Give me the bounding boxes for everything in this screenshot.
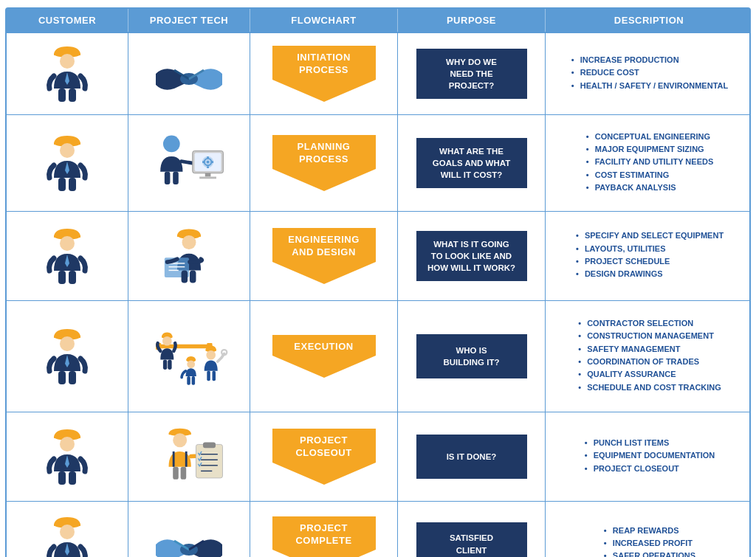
svg-rect-22: [199, 176, 216, 179]
desc-cell-5: PUNCH LIST ITEMS EQUIPMENT DOCUMENTATION…: [546, 412, 752, 501]
flowchart-cell-1: INITIATIONPROCESS: [250, 33, 398, 114]
desc-list-5: PUNCH LIST ITEMS EQUIPMENT DOCUMENTATION…: [577, 434, 721, 480]
purpose-box-6: SATISFIEDCLIENT: [416, 522, 527, 558]
customer-icon-2: [38, 130, 97, 196]
svg-rect-28: [58, 271, 66, 284]
svg-point-65: [173, 433, 187, 447]
customer-cell-2: [7, 115, 128, 211]
svg-rect-24: [173, 172, 179, 184]
svg-point-1: [60, 54, 75, 69]
desc-item: SPECIFY AND SELECT EQUIPMENT: [574, 230, 724, 241]
desc-item: EQUIPMENT DOCUMENTATION: [583, 450, 715, 460]
arrow-label-5: PROJECTCLOSEOUT: [272, 429, 376, 463]
svg-rect-3: [58, 89, 66, 102]
purpose-cell-6: SATISFIEDCLIENT: [398, 502, 546, 557]
arrow-tip-6: [272, 550, 376, 557]
purpose-cell-5: IS IT DONE?: [398, 412, 546, 501]
tech-cell-2: [128, 115, 250, 211]
arrow-tip-2: [272, 169, 376, 191]
svg-point-7: [60, 143, 75, 158]
tech-icon-handshake-6: [148, 511, 230, 558]
customer-icon-4: [38, 323, 97, 390]
header-customer: CUSTOMER: [7, 9, 128, 32]
table-row: INITIATIONPROCESS WHY DO WENEED THEPROJE…: [7, 33, 749, 115]
desc-cell-3: SPECIFY AND SELECT EQUIPMENT LAYOUTS, UT…: [546, 212, 752, 300]
svg-rect-21: [205, 173, 211, 177]
arrow-label-3: ENGINEERINGAND DESIGN: [272, 228, 376, 262]
desc-list-6: REAP REWARDS INCREASED PROFIT SAFER OPER…: [597, 522, 701, 557]
svg-rect-18: [207, 166, 209, 168]
svg-rect-66: [173, 467, 179, 480]
svg-rect-41: [58, 371, 66, 384]
desc-item: SCHEDULE AND COST TRACKING: [577, 382, 721, 392]
svg-point-16: [207, 161, 210, 164]
svg-rect-63: [69, 471, 76, 485]
header-purpose: PURPOSE: [398, 9, 546, 32]
arrow-planning: PLANNINGPROCESS: [272, 135, 376, 191]
customer-icon-1: [38, 41, 97, 107]
arrow-complete: PROJECTCOMPLETE: [272, 516, 376, 557]
desc-item: PROJECT CLOSEOUT: [583, 463, 715, 474]
svg-point-75: [60, 525, 75, 539]
flowchart-cell-2: PLANNINGPROCESS: [250, 115, 398, 211]
arrow-label-1: INITIATIONPROCESS: [272, 46, 376, 80]
desc-item: CONCEPTUAL ENGINEERING: [585, 131, 714, 142]
customer-icon-3: [38, 223, 97, 289]
customer-cell-4: [7, 301, 128, 412]
arrow-closeout: PROJECTCLOSEOUT: [272, 429, 376, 485]
tech-cell-5: [128, 412, 250, 501]
table-row: ENGINEERINGAND DESIGN WHAT IS IT GOINGTO…: [7, 212, 749, 301]
table-row: PLANNINGPROCESS WHAT ARE THEGOALS AND WH…: [7, 115, 749, 212]
flowchart-cell-4: EXECUTION: [250, 301, 398, 412]
desc-item: PAYBACK ANALYSIS: [585, 182, 714, 193]
svg-point-39: [60, 336, 75, 351]
desc-item: SAFETY MANAGEMENT: [577, 344, 721, 354]
tech-icon-handshake-1: [148, 41, 230, 107]
svg-point-26: [60, 236, 75, 251]
customer-cell-1: [7, 33, 128, 114]
desc-cell-4: CONTRACTOR SELECTION CONSTRUCTION MANAGE…: [546, 301, 752, 412]
desc-item: COST ESTIMATING: [585, 170, 714, 180]
arrow-tip-3: [272, 262, 376, 284]
desc-item: INCREASE PRODUCTION: [570, 55, 728, 65]
flowchart-cell-5: PROJECTCLOSEOUT: [250, 412, 398, 501]
desc-item: FACILITY AND UTILITY NEEDS: [585, 156, 714, 167]
svg-rect-68: [196, 444, 222, 477]
svg-rect-29: [69, 271, 76, 284]
arrow-initiation: INITIATIONPROCESS: [272, 46, 376, 102]
desc-cell-6: REAP REWARDS INCREASED PROFIT SAFER OPER…: [546, 502, 752, 557]
desc-item: LAYOUTS, UTILITIES: [574, 243, 724, 254]
desc-list-2: CONCEPTUAL ENGINEERING MAJOR EQUIPMENT S…: [579, 128, 720, 198]
arrow-tip-1: [272, 80, 376, 102]
svg-rect-52: [187, 376, 190, 385]
tech-cell-4: [128, 301, 250, 412]
desc-item: CONSTRUCTION MANAGEMENT: [577, 331, 721, 341]
desc-item: REDUCE COST: [570, 67, 728, 77]
arrow-tip-5: [272, 463, 376, 485]
table-row: PROJECTCOMPLETE SATISFIEDCLIENT REAP REW…: [7, 502, 749, 557]
desc-item: MAJOR EQUIPMENT SIZING: [585, 144, 714, 154]
customer-icon-5: [38, 423, 97, 490]
desc-item: REAP REWARDS: [602, 525, 695, 536]
main-table: CUSTOMER PROJECT TECH FLOWCHART PURPOSE …: [5, 7, 751, 557]
svg-rect-37: [190, 270, 196, 283]
arrow-label-4: EXECUTION: [272, 335, 376, 356]
purpose-box-5: IS IT DONE?: [416, 435, 527, 479]
purpose-cell-1: WHY DO WENEED THEPROJECT?: [398, 33, 546, 114]
desc-cell-2: CONCEPTUAL ENGINEERING MAJOR EQUIPMENT S…: [546, 115, 752, 211]
svg-rect-17: [207, 156, 209, 159]
header-project-tech: PROJECT TECH: [128, 9, 250, 32]
svg-point-47: [162, 336, 172, 346]
tech-icon-execution: [148, 323, 230, 390]
svg-rect-10: [69, 178, 76, 191]
flowchart-cell-3: ENGINEERINGAND DESIGN: [250, 212, 398, 300]
svg-point-11: [163, 136, 180, 153]
desc-item: PUNCH LIST ITEMS: [583, 437, 715, 448]
tech-icon-closeout: [148, 423, 230, 490]
desc-list-1: INCREASE PRODUCTION REDUCE COST HEALTH /…: [564, 51, 734, 97]
customer-cell-3: [7, 212, 128, 300]
arrow-execution: EXECUTION: [272, 335, 376, 378]
desc-item: PROJECT SCHEDULE: [574, 256, 724, 266]
svg-rect-23: [165, 172, 171, 184]
svg-rect-43: [156, 345, 213, 348]
